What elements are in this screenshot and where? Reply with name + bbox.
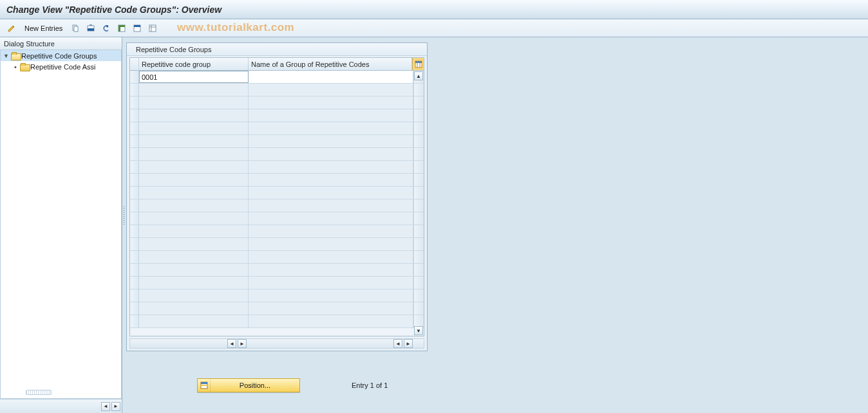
deselect-all-icon[interactable] xyxy=(146,22,159,35)
undo-icon[interactable] xyxy=(100,22,113,35)
cell-name[interactable] xyxy=(249,238,413,250)
delete-icon[interactable] xyxy=(84,22,97,35)
cell-name[interactable] xyxy=(249,264,413,276)
row-selector[interactable] xyxy=(130,187,139,199)
cell-code[interactable]: 0001 xyxy=(139,71,249,83)
cell-name[interactable] xyxy=(249,122,413,134)
cell-code[interactable] xyxy=(139,277,249,289)
table-row xyxy=(130,277,424,289)
new-entries-button[interactable]: New Entries xyxy=(21,22,66,35)
row-selector[interactable] xyxy=(130,135,139,147)
cell-name[interactable] xyxy=(249,251,413,263)
tree-label: Repetitive Code Groups xyxy=(21,52,97,60)
row-selector[interactable] xyxy=(130,289,139,302)
tree-node-repetitive-code-assignment[interactable]: • Repetitive Code Assi xyxy=(1,61,121,72)
row-selector[interactable] xyxy=(130,251,139,263)
row-selector[interactable] xyxy=(130,84,139,96)
grid-scroll-left-end-icon[interactable]: ◄ xyxy=(393,339,402,348)
grid-scroll-right-end-icon[interactable]: ► xyxy=(404,339,413,348)
sidebar-resize-handle[interactable] xyxy=(26,390,52,395)
grid-scroll-right-icon[interactable]: ► xyxy=(238,339,247,348)
cell-code[interactable] xyxy=(139,135,249,147)
scroll-right-icon[interactable]: ► xyxy=(111,402,120,411)
scroll-left-icon[interactable]: ◄ xyxy=(101,402,110,411)
grid-rowselector-header[interactable] xyxy=(130,58,139,70)
row-selector[interactable] xyxy=(130,277,139,289)
row-selector[interactable] xyxy=(130,238,139,250)
row-selector[interactable] xyxy=(130,71,139,83)
table-row xyxy=(130,315,424,328)
svg-rect-14 xyxy=(415,61,422,63)
table-settings-icon[interactable] xyxy=(412,58,424,70)
cell-name[interactable] xyxy=(249,109,413,122)
row-selector[interactable] xyxy=(130,302,139,315)
grid-vscrollbar[interactable]: ▲▼ xyxy=(413,71,424,336)
row-selector[interactable] xyxy=(130,225,139,237)
cell-code[interactable] xyxy=(139,84,249,96)
cell-code[interactable] xyxy=(139,225,249,237)
cell-name[interactable] xyxy=(249,315,413,327)
table-panel: Repetitive Code Groups Repetitive code g… xyxy=(126,42,428,351)
cell-code[interactable] xyxy=(139,199,249,212)
cell-code[interactable] xyxy=(139,251,249,263)
select-all-icon[interactable] xyxy=(115,22,128,35)
cell-code[interactable] xyxy=(139,212,249,225)
grid-scroll-down-icon[interactable]: ▼ xyxy=(414,326,423,335)
cell-code[interactable] xyxy=(139,174,249,186)
table-row xyxy=(130,187,424,199)
row-selector[interactable] xyxy=(130,161,139,173)
cell-code[interactable] xyxy=(139,289,249,302)
row-selector[interactable] xyxy=(130,315,139,327)
cell-name[interactable] xyxy=(249,135,413,147)
dialog-structure-tree: ▼ Repetitive Code Groups • Repetitive Co… xyxy=(0,50,122,399)
cell-name[interactable] xyxy=(249,199,413,212)
svg-rect-19 xyxy=(201,385,207,386)
copy-icon[interactable] xyxy=(69,22,82,35)
column-header-code[interactable]: Repetitive code group xyxy=(139,58,249,70)
cell-name[interactable] xyxy=(249,302,413,315)
grid-scroll-up-icon[interactable]: ▲ xyxy=(414,71,423,80)
cell-name[interactable] xyxy=(249,212,413,225)
cell-code[interactable] xyxy=(139,315,249,327)
table-row xyxy=(130,174,424,187)
table-row xyxy=(130,238,424,251)
cell-name[interactable] xyxy=(249,225,413,237)
cell-code[interactable] xyxy=(139,148,249,160)
select-block-icon[interactable] xyxy=(131,22,144,35)
cell-code[interactable] xyxy=(139,238,249,250)
table-row xyxy=(130,212,424,225)
cell-name[interactable] xyxy=(249,84,413,96)
cell-name[interactable] xyxy=(249,148,413,160)
cell-code[interactable] xyxy=(139,122,249,134)
table-row xyxy=(130,199,424,212)
cell-name[interactable] xyxy=(249,277,413,289)
row-selector[interactable] xyxy=(130,174,139,186)
cell-code[interactable] xyxy=(139,161,249,173)
cell-name[interactable] xyxy=(249,174,413,186)
row-selector[interactable] xyxy=(130,264,139,276)
row-selector[interactable] xyxy=(130,212,139,225)
cell-code[interactable] xyxy=(139,264,249,276)
cell-code[interactable] xyxy=(139,187,249,199)
column-header-name[interactable]: Name of a Group of Repetitive Codes xyxy=(249,58,412,70)
row-selector[interactable] xyxy=(130,96,139,109)
cell-name[interactable] xyxy=(249,187,413,199)
row-selector[interactable] xyxy=(130,122,139,134)
grid-scroll-left-icon[interactable]: ◄ xyxy=(227,339,236,348)
toggle-change-icon[interactable] xyxy=(5,22,18,35)
dialog-structure-sidebar: Dialog Structure ▼ Repetitive Code Group… xyxy=(0,37,122,413)
cell-code[interactable] xyxy=(139,96,249,109)
cell-name[interactable] xyxy=(249,161,413,173)
cell-name[interactable] xyxy=(249,289,413,302)
cell-name[interactable] xyxy=(249,96,413,109)
tree-expander-icon[interactable]: ▼ xyxy=(3,53,10,59)
cell-code[interactable] xyxy=(139,302,249,315)
cell-code[interactable] xyxy=(139,109,249,122)
row-selector[interactable] xyxy=(130,148,139,160)
tree-node-repetitive-code-groups[interactable]: ▼ Repetitive Code Groups xyxy=(1,50,121,61)
row-selector[interactable] xyxy=(130,109,139,122)
table-row xyxy=(130,161,424,174)
row-selector[interactable] xyxy=(130,199,139,212)
position-button[interactable]: Position... xyxy=(197,378,300,392)
cell-name[interactable] xyxy=(249,71,413,83)
